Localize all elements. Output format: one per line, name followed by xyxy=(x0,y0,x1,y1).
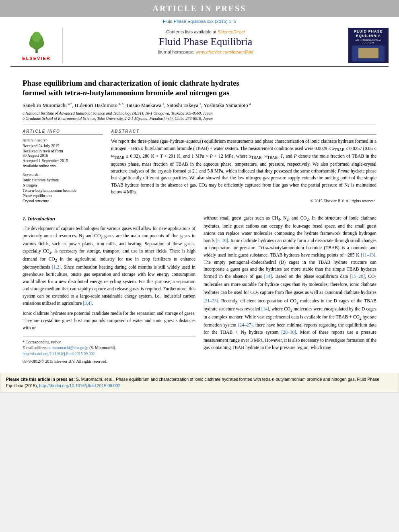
elsevier-tree-icon xyxy=(25,30,49,54)
keyword-2: Nitrogen xyxy=(23,183,103,187)
doi-link[interactable]: http://dx.doi.org/10.1016/j.fluid.2015.0… xyxy=(23,351,195,357)
journal-title: Fluid Phase Equilibria xyxy=(63,36,348,48)
article-body: Phase equilibrium and characterization o… xyxy=(10,67,389,373)
homepage-link[interactable]: www.elsevier.com/locate/fluid xyxy=(195,49,253,54)
corresponding-note: * Corresponding author. xyxy=(23,339,195,345)
copyright-footer: 0378-3812/© 2015 Elsevier B.V. All right… xyxy=(23,358,195,365)
authors-line: Sanehiro Muromachi a,*, Hidenori Hashimo… xyxy=(23,102,376,109)
journal-logo-subtitle: AN INTERNATIONAL JOURNAL xyxy=(350,39,387,44)
journal-header: ELSEVIER Contents lists available at Sci… xyxy=(10,25,389,67)
keyword-3: Tetra-n-butylammonium bromide xyxy=(23,188,103,193)
journal-center: Contents lists available at ScienceDirec… xyxy=(63,28,348,63)
section-1-title: 1. Introduction xyxy=(23,215,195,223)
info-abstract-row: ARTICLE INFO Article history: Received 2… xyxy=(23,129,376,204)
available-online: Available online xxx xyxy=(23,164,103,168)
journal-reference: Fluid Phase Equilibria xxx (2015) 1–5 xyxy=(0,17,399,25)
homepage-line: journal homepage: www.elsevier.com/locat… xyxy=(63,49,348,54)
email-note: E-mail address: s-muromachi@aist.go.jp (… xyxy=(23,345,195,351)
article-history-label: Article history: xyxy=(23,138,103,142)
sciencedirect-link[interactable]: ScienceDirect xyxy=(218,29,245,34)
intro-p1: The development of capture technologies … xyxy=(23,225,195,307)
divider-2 xyxy=(23,208,376,208)
article-info-heading: ARTICLE INFO xyxy=(23,129,103,135)
svg-point-4 xyxy=(32,31,41,42)
revised-date: Received in revised form30 August 2015 xyxy=(23,149,103,158)
divider xyxy=(23,125,376,125)
abstract-text: We report the three-phase (gas–hydrate–a… xyxy=(111,138,376,195)
sciencedirect-line: Contents lists available at ScienceDirec… xyxy=(63,29,348,34)
keyword-5: Crystal structure xyxy=(23,199,103,203)
article-main-title: Phase equilibrium and characterization o… xyxy=(23,78,376,98)
affiliation-b: b Graduate School of Environmental Scien… xyxy=(23,116,376,121)
abstract-col: ABSTRACT We report the three-phase (gas–… xyxy=(111,129,376,204)
intro-p2: Ionic clathrate hydrates are potential c… xyxy=(23,310,195,331)
elsevier-logo: ELSEVIER xyxy=(10,28,63,63)
affiliation-a: a National Institute of Advanced Industr… xyxy=(23,111,376,115)
keyword-1: Ionic clathrate hydrate xyxy=(23,178,103,182)
accepted-date: Accepted 1 September 2015 xyxy=(23,158,103,163)
citation-bar: Please cite this article in press as: S.… xyxy=(0,373,399,393)
copyright-line: © 2015 Elsevier B.V. All rights reserved… xyxy=(111,199,376,203)
body-col-left: 1. Introduction The development of captu… xyxy=(23,215,195,365)
abstract-heading: ABSTRACT xyxy=(111,129,376,135)
keyword-4: Phase equilibrium xyxy=(23,193,103,198)
article-in-press-banner: ARTICLE IN PRESS xyxy=(0,0,399,17)
body-two-col: 1. Introduction The development of captu… xyxy=(23,215,376,365)
intro-p3: without small guest gases such as CH4, N… xyxy=(204,215,376,351)
footnote-divider: * Corresponding author. E-mail address: … xyxy=(23,337,195,351)
keywords-label: Keywords: xyxy=(23,172,103,177)
article-info-col: ARTICLE INFO Article history: Received 2… xyxy=(23,129,103,204)
body-col-right: without small guest gases such as CH4, N… xyxy=(204,215,376,365)
elsevier-label: ELSEVIER xyxy=(22,56,50,61)
journal-logo-title: FLUID PHASE EQUILIBRIA xyxy=(350,29,387,38)
keywords-section: Keywords: Ionic clathrate hydrate Nitrog… xyxy=(23,172,103,203)
received-date: Received 24 July 2015 xyxy=(23,144,103,148)
journal-logo-box: FLUID PHASE EQUILIBRIA AN INTERNATIONAL … xyxy=(348,28,389,63)
